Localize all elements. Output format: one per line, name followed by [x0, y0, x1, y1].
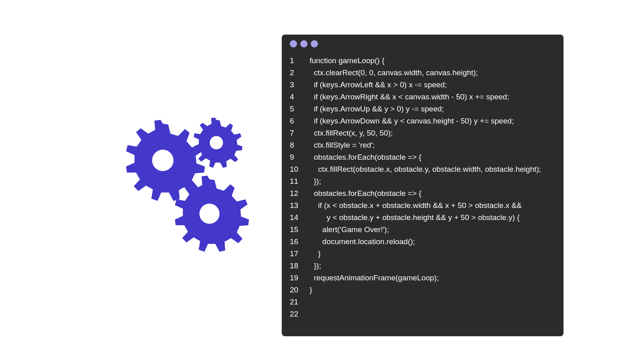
svg-point-2 — [199, 204, 219, 224]
window-dot-2 — [300, 40, 308, 47]
window-titlebar — [282, 35, 564, 51]
gears-icon — [121, 101, 274, 261]
svg-point-1 — [210, 136, 223, 149]
code-window: 1 2 3 4 5 6 7 8 9 10 11 12 13 14 15 16 1… — [282, 35, 564, 336]
window-dot-3 — [311, 40, 318, 47]
line-numbers: 1 2 3 4 5 6 7 8 9 10 11 12 13 14 15 16 1… — [290, 55, 310, 320]
svg-point-0 — [152, 150, 173, 171]
code-text: function gameLoop() { ctx.clearRect(0, 0… — [310, 55, 555, 320]
window-dot-1 — [290, 40, 297, 47]
code-content: 1 2 3 4 5 6 7 8 9 10 11 12 13 14 15 16 1… — [282, 51, 564, 320]
